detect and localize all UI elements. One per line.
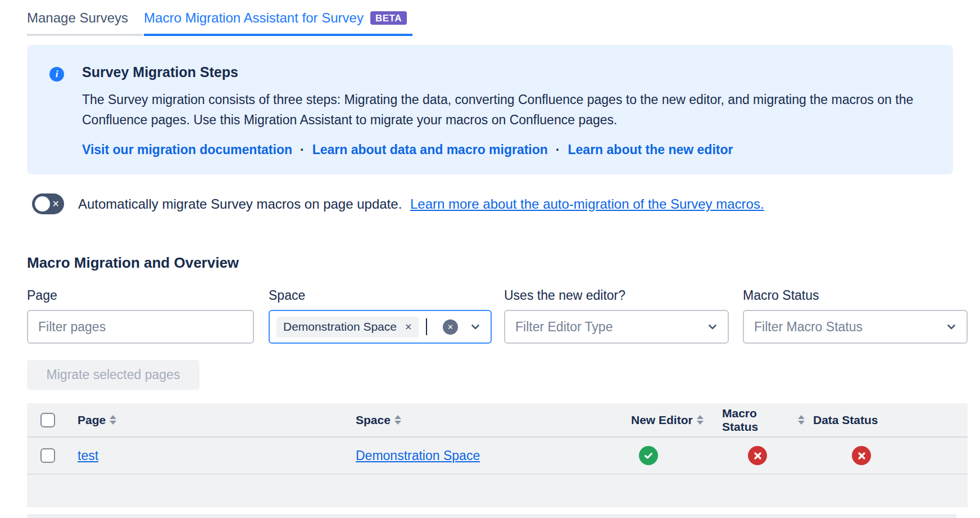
cutoff-panel-edge (27, 514, 956, 518)
row-page-cell: test (69, 448, 347, 463)
editor-select-controls (695, 322, 728, 332)
table-row: test Demonstration Space (27, 438, 968, 475)
auto-migration-row: ✕ Automatically migrate Survey macros on… (32, 193, 764, 214)
space-filter-select[interactable]: Demonstration Space ✕ ✕ (269, 310, 492, 344)
section-title: Macro Migration and Overview (27, 254, 239, 272)
filter-page: Page (27, 288, 254, 344)
tab-bar: Manage Surveys Macro Migration Assistant… (27, 10, 412, 36)
link-data-macro-migration[interactable]: Learn about data and macro migration (312, 142, 548, 157)
row-macro-status-cell (714, 446, 805, 465)
tab-macro-migration-assistant[interactable]: Macro Migration Assistant for Survey BET… (144, 10, 412, 36)
row-new-editor-cell (623, 446, 714, 465)
filters-row: Page Space Demonstration Space ✕ ✕ (27, 288, 968, 344)
link-separator: · (556, 142, 560, 157)
header-page-label: Page (78, 413, 106, 427)
info-icon: i (49, 67, 64, 82)
space-select-controls: ✕ (443, 319, 491, 335)
toggle-knob (35, 196, 50, 211)
page-link[interactable]: test (78, 448, 98, 463)
migration-table: Page Space New Editor Macro Status Data … (27, 403, 968, 507)
success-check-icon (639, 446, 658, 465)
select-all-checkbox[interactable] (40, 413, 55, 427)
filter-macro-status-label: Macro Status (743, 288, 968, 303)
page-filter-control (27, 310, 254, 344)
macro-status-placeholder: Filter Macro Status (744, 319, 934, 335)
info-panel-links: Visit our migration documentation · Lear… (82, 142, 931, 157)
row-checkbox[interactable] (40, 448, 55, 463)
filter-page-label: Page (27, 288, 254, 303)
filter-editor-label: Uses the new editor? (504, 288, 729, 303)
auto-migration-description: Automatically migrate Survey macros on p… (78, 196, 402, 211)
info-panel: i Survey Migration Steps The Survey migr… (27, 45, 953, 174)
link-separator: · (300, 142, 305, 157)
table-footer-space (27, 475, 968, 507)
header-data-status: Data Status (805, 413, 968, 427)
clear-all-icon[interactable]: ✕ (443, 319, 458, 335)
info-panel-content: Survey Migration Steps The Survey migrat… (82, 64, 931, 174)
toggle-off-x-icon: ✕ (52, 200, 60, 209)
header-new-editor: New Editor (623, 413, 714, 427)
editor-type-placeholder: Filter Editor Type (505, 319, 695, 335)
row-checkbox-cell (27, 448, 69, 463)
sort-icon[interactable] (110, 415, 116, 425)
tab-label: Manage Surveys (27, 10, 128, 26)
header-space: Space (347, 413, 623, 427)
row-space-cell: Demonstration Space (347, 448, 623, 463)
auto-migration-learn-more-link[interactable]: Learn more about the auto-migration of t… (410, 196, 764, 211)
filter-editor-type: Uses the new editor? Filter Editor Type (504, 288, 729, 344)
header-macro-status: Macro Status (714, 407, 805, 434)
tab-manage-surveys[interactable]: Manage Surveys (27, 10, 143, 36)
filter-space: Space Demonstration Space ✕ ✕ (269, 288, 492, 344)
macro-migration-page: Manage Surveys Macro Migration Assistant… (0, 0, 980, 518)
auto-migration-text: Automatically migrate Survey macros on p… (78, 196, 764, 212)
macro-select-controls (934, 322, 967, 332)
beta-badge: BETA (370, 11, 407, 25)
info-panel-title: Survey Migration Steps (82, 64, 931, 80)
error-x-icon (748, 446, 767, 465)
filter-macro-status: Macro Status Filter Macro Status (743, 288, 968, 344)
header-macro-status-label: Macro Status (722, 407, 794, 434)
chevron-down-icon[interactable] (707, 322, 718, 332)
chevron-down-icon[interactable] (946, 322, 956, 332)
filter-space-label: Space (269, 288, 492, 303)
chevron-down-icon[interactable] (470, 322, 480, 332)
chip-remove-icon[interactable]: ✕ (405, 322, 412, 332)
sort-icon[interactable] (394, 415, 401, 425)
macro-status-select[interactable]: Filter Macro Status (743, 310, 968, 344)
editor-type-select[interactable]: Filter Editor Type (504, 310, 729, 344)
error-x-icon (852, 446, 871, 465)
page-filter-input[interactable] (28, 319, 253, 335)
sort-icon[interactable] (697, 415, 704, 425)
space-chip: Demonstration Space ✕ (276, 317, 419, 337)
space-link[interactable]: Demonstration Space (356, 448, 480, 463)
space-chip-label: Demonstration Space (283, 320, 397, 334)
header-page: Page (69, 413, 347, 427)
text-cursor (426, 318, 427, 335)
tab-label: Macro Migration Assistant for Survey (144, 10, 364, 26)
header-new-editor-label: New Editor (631, 413, 693, 427)
header-data-status-label: Data Status (813, 413, 878, 427)
info-panel-body: The Survey migration consists of three s… (82, 89, 931, 130)
sort-icon[interactable] (798, 415, 805, 425)
auto-migration-toggle[interactable]: ✕ (32, 193, 64, 214)
link-migration-documentation[interactable]: Visit our migration documentation (82, 142, 292, 157)
link-new-editor[interactable]: Learn about the new editor (568, 142, 733, 157)
row-data-status-cell (805, 446, 968, 465)
header-checkbox-cell (27, 413, 69, 427)
table-header-row: Page Space New Editor Macro Status Data … (27, 403, 968, 438)
header-space-label: Space (356, 413, 391, 427)
migrate-selected-pages-button[interactable]: Migrate selected pages (27, 360, 199, 390)
